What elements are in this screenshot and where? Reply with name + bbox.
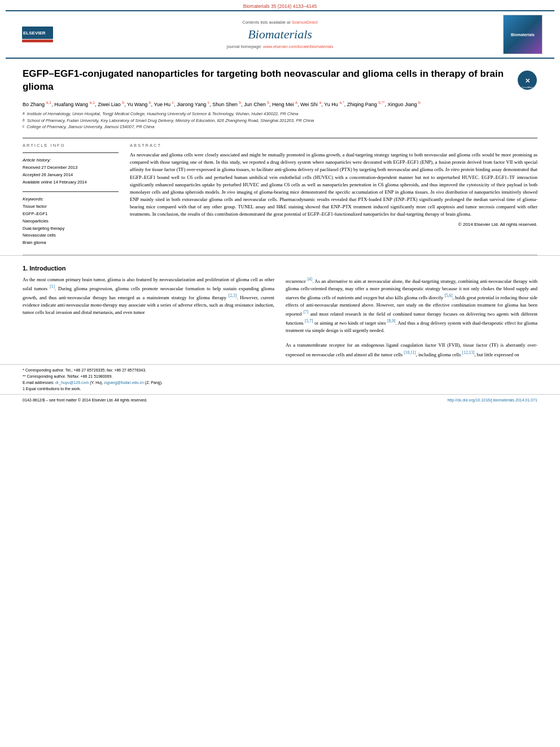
journal-thumbnail-area: Biomaterials <box>500 15 545 54</box>
history-title: Article history: <box>23 158 119 163</box>
affil-text-a: Institute of Hematology, Union Hospital,… <box>27 111 299 117</box>
intro-number: 1. <box>23 265 28 272</box>
svg-text:CrossMark: CrossMark <box>522 86 532 89</box>
article-section: EGFP–EGF1-conjugated nanoparticles for t… <box>0 59 560 247</box>
journal-header: ELSEVIER Contents lists available at Sci… <box>6 10 554 59</box>
footnote-corresponding1: * Corresponding author. Tel.; +86 27 857… <box>23 367 537 373</box>
svg-text:✕: ✕ <box>525 77 530 84</box>
journal-title: Biomaterials <box>65 27 495 42</box>
issn-line: 0142-9612/$ – see front matter © 2014 El… <box>23 398 147 402</box>
affiliation-c: c College of Pharmacy, Jiamusi Universit… <box>23 124 537 130</box>
affiliation-b: b School of Pharmacy, Fudan University, … <box>23 117 537 124</box>
ref-8-9: [8,9] <box>387 318 395 324</box>
keywords-label: Keywords: <box>23 196 119 202</box>
elsevier-logo: ELSEVIER <box>22 27 53 42</box>
email-link-2[interactable]: zqpang@fudan.edu.cn <box>104 381 144 385</box>
keyword-dual-targeting: Dual-targeting therapy <box>23 225 119 233</box>
ref-12-13: [12,13] <box>462 350 475 355</box>
intro-col-right: recurrence [4]. As an alternative to aim… <box>286 276 537 359</box>
bottom-bar: 0142-9612/$ – see front matter © 2014 El… <box>0 394 560 402</box>
abstract-label: Abstract <box>130 143 537 148</box>
article-info-label: Article info <box>23 143 119 148</box>
copyright-line: © 2014 Elsevier Ltd. All rights reserved… <box>130 222 537 227</box>
homepage-line: journal homepage: www.elsevier.com/locat… <box>65 44 495 49</box>
footnote-equal: 1 Equal contributions to the work. <box>23 386 537 392</box>
journal-header-center: Contents lists available at ScienceDirec… <box>65 20 495 49</box>
ref-10-11: [10,11] <box>404 350 416 355</box>
info-available: Available online 14 February 2014 <box>23 179 119 186</box>
article-title: EGFP–EGF1-conjugated nanoparticles for t… <box>23 68 511 94</box>
info-accepted: Accepted 26 January 2014 <box>23 172 119 179</box>
ref-7: [7] <box>304 309 309 314</box>
sciencedirect-link[interactable]: ScienceDirect <box>291 20 317 25</box>
thumbnail-label: Biomaterials <box>511 33 535 37</box>
intro-col-left: As the most common primary brain tumor, … <box>23 276 274 359</box>
intro-left-text: As the most common primary brain tumor, … <box>23 276 274 317</box>
article-info-col: Article info Article history: Received 2… <box>23 143 119 247</box>
sciencedirect-line: Contents lists available at ScienceDirec… <box>65 20 495 25</box>
divider-keywords <box>23 191 119 192</box>
keyword-neovascular: Neovascular cells <box>23 232 119 239</box>
svg-rect-2 <box>22 40 53 42</box>
homepage-link[interactable]: www.elsevier.com/locate/biomaterials <box>263 44 333 49</box>
divider-info <box>23 152 119 153</box>
keywords-block: Keywords: Tissue factor EGFP–EGF1 Nanopa… <box>23 196 119 247</box>
footnotes-section: * Corresponding author. Tel.; +86 27 857… <box>0 364 560 395</box>
email-link-1[interactable]: dr_huyu@126.com <box>55 381 89 385</box>
citation-bar: Biomaterials 35 (2014) 4133–4145 <box>0 0 560 10</box>
title-area: EGFP–EGF1-conjugated nanoparticles for t… <box>23 68 537 94</box>
affil-sup-a: a <box>23 111 25 117</box>
keyword-tissue-factor: Tissue factor <box>23 203 119 211</box>
contents-label: Contents lists available at <box>242 20 290 25</box>
affil-text-c: College of Pharmacy, Jiamusi University,… <box>27 124 154 130</box>
keyword-nanoparticles: Nanoparticles <box>23 218 119 225</box>
introduction-section: 1. Introduction As the most common prima… <box>0 255 560 359</box>
crossmark-badge: ✕ CrossMark <box>517 70 537 90</box>
affil-sup-b: b <box>23 117 25 124</box>
authors-line: Bo Zhang a,1, Huafang Wang a,1, Ziwei Li… <box>23 99 537 108</box>
keyword-brain-glioma: Brain glioma <box>23 239 119 247</box>
citation-text: Biomaterials 35 (2014) 4133–4145 <box>243 3 317 9</box>
journal-thumbnail: Biomaterials <box>503 15 542 54</box>
footnote-corresponding2: ** Corresponding author. Tel/fax: +86 21… <box>23 373 537 379</box>
affiliations: a Institute of Hematology, Union Hospita… <box>23 111 537 130</box>
intro-columns: As the most common primary brain tumor, … <box>23 276 537 359</box>
intro-right-text: recurrence [4]. As an alternative to aim… <box>286 276 537 359</box>
doi-line[interactable]: http://dx.doi.org/10.1016/j.biomaterials… <box>447 398 537 402</box>
abstract-col: Abstract As neovascular and glioma cells… <box>130 143 537 247</box>
elsevier-logo-area: ELSEVIER <box>15 27 60 42</box>
divider-top <box>23 138 537 138</box>
ref-2-3: [2,3] <box>229 293 237 298</box>
affil-sup-c: c <box>23 124 24 130</box>
keyword-egfp: EGFP–EGF1 <box>23 211 119 218</box>
svg-text:ELSEVIER: ELSEVIER <box>23 30 46 36</box>
elsevier-graphic-icon: ELSEVIER <box>22 27 53 42</box>
affil-text-b: School of Pharmacy, Fudan University, Ke… <box>27 117 314 124</box>
ref-5-6: [5,6] <box>444 293 452 298</box>
intro-heading: 1. Introduction <box>23 265 537 272</box>
intro-title: Introduction <box>29 265 65 272</box>
affiliation-a: a Institute of Hematology, Union Hospita… <box>23 111 537 117</box>
info-received: Received 27 December 2013 <box>23 164 119 172</box>
page: Biomaterials 35 (2014) 4133–4145 ELSEVIE… <box>0 0 560 747</box>
history-block: Article history: Received 27 December 20… <box>23 158 119 186</box>
crossmark-icon: ✕ CrossMark <box>517 70 537 90</box>
abstract-text: As neovascular and glioma cells were clo… <box>130 151 537 219</box>
ref-5-7: [5,7] <box>305 318 313 324</box>
ref-1: [1] <box>50 284 55 289</box>
ref-4: [4] <box>307 277 312 282</box>
article-body: Article info Article history: Received 2… <box>23 143 537 247</box>
footnote-email: E-mail addresses: dr_huyu@126.com (Y. Hu… <box>23 379 537 386</box>
homepage-text: journal homepage: <box>227 44 263 49</box>
